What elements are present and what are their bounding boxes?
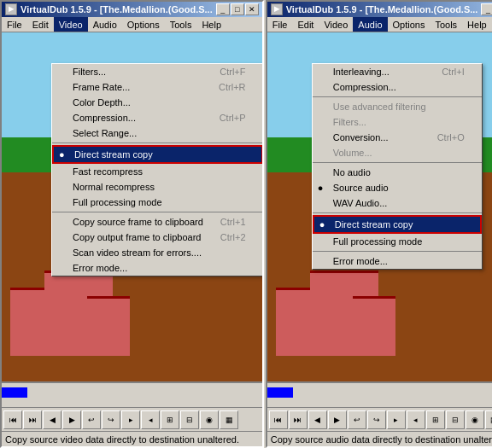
right-window-icon: ▶	[271, 3, 283, 15]
right-dd-directstream[interactable]: ● Direct stream copy	[313, 215, 482, 234]
left-tb-btn-6[interactable]: ↪	[102, 410, 120, 429]
right-menu-video[interactable]: Video	[319, 17, 353, 32]
right-menu-edit[interactable]: Edit	[292, 17, 319, 32]
left-tb-btn-9[interactable]: ⊞	[161, 410, 179, 429]
right-tb-btn-6[interactable]: ↪	[367, 410, 386, 429]
right-status-bar: Copy source audio data directly to desti…	[267, 431, 492, 446]
right-tb-btn-8[interactable]: ◂	[407, 410, 425, 429]
left-title-text: VirtualDub 1.5.9 - [The.Medallion.(Good.…	[20, 4, 213, 15]
right-menu-audio[interactable]: Audio	[353, 17, 387, 32]
right-tb-btn-2[interactable]: ⏭	[289, 410, 308, 429]
right-dd-sep3	[313, 212, 482, 213]
left-minimize-button[interactable]: _	[216, 3, 230, 15]
dual-windows-container: ▶ VirtualDub 1.5.9 - [The.Medallion.(Goo…	[0, 0, 492, 448]
right-title-text: VirtualDub 1.5.9 - [The.Medallion.(Good.…	[286, 4, 478, 15]
right-dd-wavaudio[interactable]: WAV Audio...	[313, 195, 482, 211]
right-title-bar: ▶ VirtualDub 1.5.9 - [The.Medallion.(Goo…	[267, 2, 492, 17]
left-dd-compression[interactable]: Compression... Ctrl+P	[52, 110, 262, 125]
left-menu-help[interactable]: Help	[196, 17, 226, 32]
right-timeline-bar	[267, 387, 293, 398]
right-dd-conversion[interactable]: Conversion... Ctrl+O	[313, 130, 482, 145]
right-dd-sep1	[313, 96, 482, 97]
left-menu-file[interactable]: File	[2, 17, 27, 32]
left-dd-errormode[interactable]: Error mode...	[52, 260, 262, 276]
left-tb-btn-11[interactable]: ◉	[200, 410, 219, 429]
left-close-button[interactable]: ✕	[245, 3, 259, 15]
left-dd-fullprocessing[interactable]: Full processing mode	[52, 195, 262, 210]
left-tb-btn-7[interactable]: ▸	[121, 410, 140, 429]
right-menu-file[interactable]: File	[267, 17, 293, 32]
right-tb-btn-9[interactable]: ⊞	[426, 410, 445, 429]
right-menu-options[interactable]: Options	[388, 17, 430, 32]
right-dd-volume: Volume...	[313, 145, 482, 160]
right-audio-dropdown: Interleaving... Ctrl+I Compression... Us…	[312, 63, 483, 270]
right-tb-btn-4[interactable]: ▶	[328, 410, 347, 429]
left-tb-btn-12[interactable]: ▦	[220, 410, 238, 429]
right-menu-tools[interactable]: Tools	[430, 17, 462, 32]
right-window: ▶ VirtualDub 1.5.9 - [The.Medallion.(Goo…	[266, 0, 492, 448]
right-timeline	[267, 381, 492, 407]
left-dd-framerate[interactable]: Frame Rate... Ctrl+R	[52, 79, 262, 95]
right-tb-btn-5[interactable]: ↩	[348, 410, 366, 429]
right-dd-interleaving[interactable]: Interleaving... Ctrl+I	[313, 64, 482, 79]
left-tb-btn-1[interactable]: ⏮	[3, 410, 22, 429]
left-menu-video[interactable]: Video	[54, 17, 88, 32]
left-content-area: Filters... Ctrl+F Frame Rate... Ctrl+R C…	[2, 32, 262, 381]
right-toolbar: ⏮ ⏭ ◀ ▶ ↩ ↪ ▸ ◂ ⊞ ⊟ ◉ ▦	[267, 407, 492, 431]
left-menu-edit[interactable]: Edit	[27, 17, 54, 32]
left-timeline	[2, 381, 262, 407]
left-dd-selectrange[interactable]: Select Range...	[52, 125, 262, 141]
right-tb-btn-10[interactable]: ⊟	[446, 410, 465, 429]
left-tb-btn-2[interactable]: ⏭	[23, 410, 42, 429]
right-tb-btn-7[interactable]: ▸	[387, 410, 406, 429]
right-title-controls: _ □ ✕	[481, 3, 492, 15]
left-window: ▶ VirtualDub 1.5.9 - [The.Medallion.(Goo…	[0, 0, 264, 448]
left-dd-copyoutput[interactable]: Copy output frame to clipboard Ctrl+2	[52, 230, 262, 245]
left-window-icon: ▶	[5, 3, 17, 15]
left-dd-normalrecompress[interactable]: Normal recompress	[52, 179, 262, 195]
left-title-controls: _ □ ✕	[216, 3, 259, 15]
left-dd-scanvideo[interactable]: Scan video stream for errors....	[52, 245, 262, 260]
left-dd-sep2	[52, 212, 262, 212]
right-minimize-button[interactable]: _	[481, 3, 492, 15]
left-menu-bar: File Edit Video Audio Options Tools Help	[2, 17, 262, 32]
left-dd-fastrecompress[interactable]: Fast recompress	[52, 164, 262, 179]
right-tb-btn-11[interactable]: ◉	[466, 410, 484, 429]
left-menu-tools[interactable]: Tools	[165, 17, 197, 32]
left-tb-btn-4[interactable]: ▶	[62, 410, 81, 429]
right-tb-btn-1[interactable]: ⏮	[269, 410, 288, 429]
left-status-bar: Copy source video data directly to desti…	[2, 431, 262, 446]
left-toolbar: ⏮ ⏭ ◀ ▶ ↩ ↪ ▸ ◂ ⊞ ⊟ ◉ ▦	[2, 407, 262, 431]
left-dd-colordepth[interactable]: Color Depth...	[52, 95, 262, 110]
right-dd-noaudio[interactable]: No audio	[313, 165, 482, 180]
left-tb-btn-3[interactable]: ◀	[43, 410, 62, 429]
left-dd-sep1	[52, 143, 262, 143]
right-tb-btn-12[interactable]: ▦	[485, 410, 492, 429]
left-maximize-button[interactable]: □	[231, 3, 244, 15]
left-dd-directstream[interactable]: ● Direct stream copy	[52, 145, 262, 164]
right-content-area: Interleaving... Ctrl+I Compression... Us…	[267, 32, 492, 381]
left-timeline-bar	[2, 387, 27, 398]
right-dd-fullprocessing[interactable]: Full processing mode	[313, 234, 482, 249]
left-dd-copysource[interactable]: Copy source frame to clipboard Ctrl+1	[52, 214, 262, 230]
right-dd-errormode[interactable]: Error mode...	[313, 253, 482, 269]
left-status-text: Copy source video data directly to desti…	[5, 434, 239, 445]
left-video-dropdown: Filters... Ctrl+F Frame Rate... Ctrl+R C…	[51, 63, 262, 276]
right-menu-help[interactable]: Help	[462, 17, 492, 32]
right-building-3	[353, 296, 395, 356]
left-building-3	[87, 296, 130, 356]
right-dd-sep2	[313, 162, 482, 163]
right-dd-filters: Filters...	[313, 114, 482, 130]
left-menu-audio[interactable]: Audio	[88, 17, 122, 32]
left-tb-btn-10[interactable]: ⊟	[180, 410, 199, 429]
right-tb-btn-3[interactable]: ◀	[308, 410, 327, 429]
left-dd-filters[interactable]: Filters... Ctrl+F	[52, 64, 262, 79]
right-status-text: Copy source audio data directly to desti…	[271, 434, 492, 445]
left-menu-options[interactable]: Options	[122, 17, 165, 32]
right-dd-sep4	[313, 251, 482, 252]
right-dd-compression[interactable]: Compression...	[313, 79, 482, 95]
right-dd-sourceaudio[interactable]: ● Source audio	[313, 180, 482, 195]
right-dd-advanced-filtering: Use advanced filtering	[313, 99, 482, 114]
left-tb-btn-8[interactable]: ◂	[141, 410, 160, 429]
left-tb-btn-5[interactable]: ↩	[82, 410, 101, 429]
